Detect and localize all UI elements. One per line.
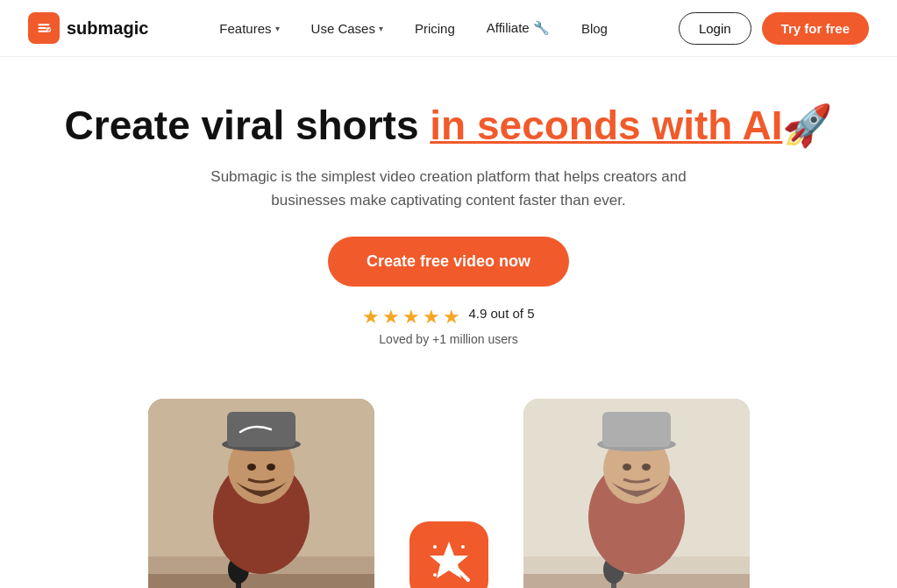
navbar: submagic Features ▾ Use Cases ▾ Pricing …: [0, 0, 897, 57]
center-logo: [374, 521, 523, 588]
hero-section: Create viral shorts in seconds with AI🚀 …: [0, 57, 897, 399]
star-1: ★: [362, 306, 380, 329]
rating-users: Loved by +1 million users: [379, 332, 517, 346]
logo-text: submagic: [67, 18, 148, 39]
star-2: ★: [382, 306, 400, 329]
video-card-right: WATCH: [523, 399, 750, 588]
star-rating: ★ ★ ★ ★ ★ 4.9 out of 5: [362, 306, 534, 329]
video-card-left: [148, 399, 374, 588]
rating-score: 4.9 out of 5: [468, 306, 534, 329]
star-3: ★: [402, 306, 420, 329]
nav-use-cases[interactable]: Use Cases ▾: [299, 14, 395, 43]
svg-point-12: [247, 464, 256, 471]
hero-title: Create viral shorts in seconds with AI🚀: [28, 103, 869, 149]
nav-blog[interactable]: Blog: [569, 14, 620, 43]
rating-block: ★ ★ ★ ★ ★ 4.9 out of 5 Loved by +1 milli…: [28, 306, 869, 346]
svg-point-18: [433, 573, 437, 577]
svg-rect-11: [227, 412, 295, 447]
svg-point-1: [46, 27, 52, 32]
star-5: ★: [443, 306, 460, 329]
chevron-down-icon: ▾: [275, 24, 280, 33]
star-4: ★: [423, 306, 440, 329]
nav-pricing[interactable]: Pricing: [402, 14, 467, 43]
svg-rect-31: [523, 399, 750, 588]
create-video-button[interactable]: Create free video now: [328, 237, 569, 287]
logo-icon: [28, 12, 60, 44]
nav-links: Features ▾ Use Cases ▾ Pricing Affiliate…: [207, 13, 620, 43]
logo[interactable]: submagic: [28, 12, 148, 44]
submagic-center-icon: [409, 521, 488, 588]
svg-point-13: [267, 464, 275, 471]
nav-actions: Login Try for free: [679, 12, 869, 45]
nav-affiliate[interactable]: Affiliate 🔧: [474, 13, 562, 43]
login-button[interactable]: Login: [679, 12, 751, 45]
svg-point-16: [433, 545, 437, 549]
try-free-button[interactable]: Try for free: [762, 12, 869, 45]
svg-point-17: [461, 545, 465, 549]
chevron-down-icon: ▾: [379, 24, 383, 33]
svg-rect-4: [148, 574, 374, 588]
hero-subtitle: Submagic is the simplest video creation …: [186, 165, 712, 212]
nav-features[interactable]: Features ▾: [207, 14, 291, 43]
videos-section: WATCH: [0, 399, 897, 588]
